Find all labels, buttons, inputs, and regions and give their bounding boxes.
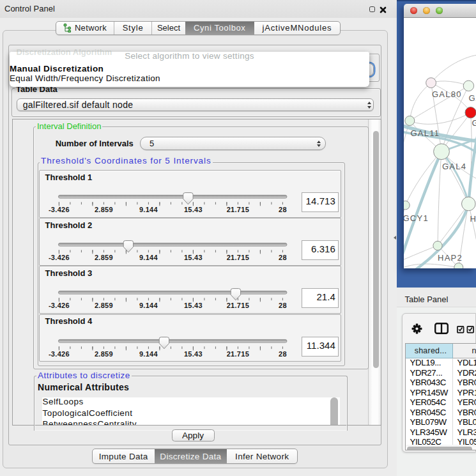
svg-text:21.715: 21.715 xyxy=(226,206,249,213)
svg-text:HAP2: HAP2 xyxy=(438,253,463,263)
svg-text:GAL3: GAL3 xyxy=(469,93,476,103)
svg-text:15.43: 15.43 xyxy=(183,206,202,213)
svg-text:HA: HA xyxy=(470,214,476,224)
svg-text:9.144: 9.144 xyxy=(139,206,158,213)
svg-text:GCY1: GCY1 xyxy=(404,213,429,223)
svg-text:GAL80: GAL80 xyxy=(432,89,462,99)
svg-text:-3.426: -3.426 xyxy=(48,206,69,213)
svg-text:28: 28 xyxy=(278,206,286,213)
svg-text:GC: GC xyxy=(472,118,476,128)
svg-text:2.859: 2.859 xyxy=(94,206,112,213)
svg-text:GAL11: GAL11 xyxy=(411,128,440,138)
svg-text:GAL4: GAL4 xyxy=(442,162,466,171)
